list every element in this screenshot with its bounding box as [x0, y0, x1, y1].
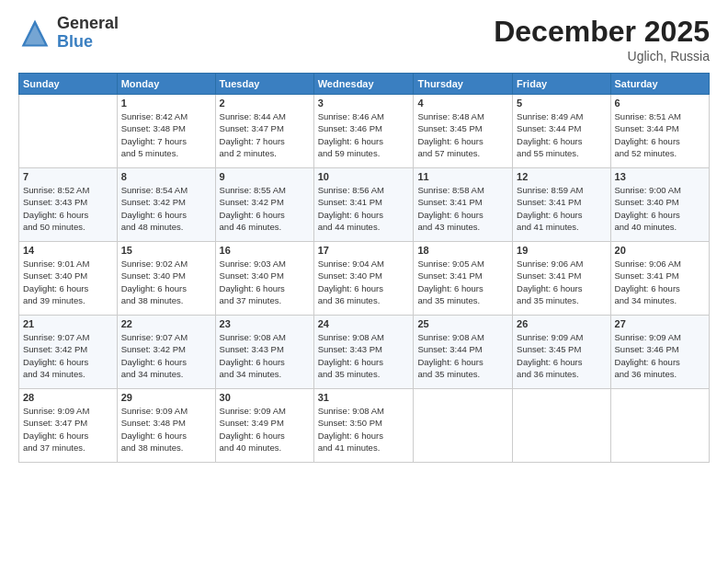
day-number: 12 [517, 171, 606, 182]
logo-icon [18, 17, 51, 50]
day-number: 31 [318, 392, 410, 403]
day-info: Sunrise: 9:09 AM Sunset: 3:45 PM Dayligh… [517, 331, 606, 380]
calendar-cell: 20Sunrise: 9:06 AM Sunset: 3:41 PM Dayli… [610, 242, 709, 316]
day-info: Sunrise: 8:51 AM Sunset: 3:44 PM Dayligh… [615, 110, 705, 159]
day-info: Sunrise: 8:56 AM Sunset: 3:41 PM Dayligh… [318, 184, 410, 233]
calendar-cell: 10Sunrise: 8:56 AM Sunset: 3:41 PM Dayli… [313, 168, 414, 242]
day-number: 18 [417, 245, 508, 256]
col-tuesday: Tuesday [215, 74, 313, 95]
day-info: Sunrise: 8:59 AM Sunset: 3:41 PM Dayligh… [517, 184, 606, 233]
calendar-cell [414, 389, 513, 463]
day-info: Sunrise: 8:48 AM Sunset: 3:45 PM Dayligh… [417, 110, 508, 159]
day-number: 16 [220, 245, 310, 256]
day-number: 23 [220, 318, 310, 329]
header: General Blue December 2025 Uglich, Russi… [18, 15, 710, 63]
calendar-cell: 29Sunrise: 9:09 AM Sunset: 3:48 PM Dayli… [117, 389, 215, 463]
day-number: 3 [318, 98, 410, 109]
calendar-cell: 17Sunrise: 9:04 AM Sunset: 3:40 PM Dayli… [313, 242, 414, 316]
calendar-week-row-4: 21Sunrise: 9:07 AM Sunset: 3:42 PM Dayli… [19, 316, 710, 389]
calendar-cell: 5Sunrise: 8:49 AM Sunset: 3:44 PM Daylig… [513, 95, 610, 168]
day-info: Sunrise: 9:08 AM Sunset: 3:50 PM Dayligh… [318, 405, 410, 454]
calendar-cell: 11Sunrise: 8:58 AM Sunset: 3:41 PM Dayli… [414, 168, 513, 242]
day-number: 15 [121, 245, 211, 256]
day-number: 1 [121, 98, 211, 109]
calendar-cell: 14Sunrise: 9:01 AM Sunset: 3:40 PM Dayli… [19, 242, 118, 316]
day-info: Sunrise: 9:06 AM Sunset: 3:41 PM Dayligh… [517, 258, 606, 306]
day-info: Sunrise: 8:46 AM Sunset: 3:46 PM Dayligh… [318, 110, 410, 159]
calendar-cell: 28Sunrise: 9:09 AM Sunset: 3:47 PM Dayli… [19, 389, 118, 463]
day-info: Sunrise: 9:09 AM Sunset: 3:46 PM Dayligh… [615, 331, 705, 380]
day-number: 9 [220, 171, 310, 182]
logo-text: General Blue [57, 15, 119, 52]
day-number: 21 [23, 318, 113, 329]
day-number: 27 [615, 318, 705, 329]
day-info: Sunrise: 9:02 AM Sunset: 3:40 PM Dayligh… [121, 258, 211, 306]
calendar-cell: 2Sunrise: 8:44 AM Sunset: 3:47 PM Daylig… [215, 95, 313, 168]
calendar-header-row: Sunday Monday Tuesday Wednesday Thursday… [19, 74, 710, 95]
day-number: 11 [417, 171, 508, 182]
title-month: December 2025 [494, 15, 710, 49]
day-info: Sunrise: 9:09 AM Sunset: 3:48 PM Dayligh… [121, 405, 211, 454]
calendar-cell: 13Sunrise: 9:00 AM Sunset: 3:40 PM Dayli… [610, 168, 709, 242]
day-number: 30 [220, 392, 310, 403]
calendar-cell: 1Sunrise: 8:42 AM Sunset: 3:48 PM Daylig… [117, 95, 215, 168]
col-wednesday: Wednesday [313, 74, 414, 95]
calendar-cell: 18Sunrise: 9:05 AM Sunset: 3:41 PM Dayli… [414, 242, 513, 316]
calendar-cell: 4Sunrise: 8:48 AM Sunset: 3:45 PM Daylig… [414, 95, 513, 168]
day-number: 10 [318, 171, 410, 182]
calendar-cell: 25Sunrise: 9:08 AM Sunset: 3:44 PM Dayli… [414, 316, 513, 389]
day-number: 4 [417, 98, 508, 109]
day-number: 26 [517, 318, 606, 329]
day-info: Sunrise: 9:03 AM Sunset: 3:40 PM Dayligh… [220, 258, 310, 306]
calendar-cell: 19Sunrise: 9:06 AM Sunset: 3:41 PM Dayli… [513, 242, 610, 316]
calendar-cell: 21Sunrise: 9:07 AM Sunset: 3:42 PM Dayli… [19, 316, 118, 389]
day-number: 5 [517, 98, 606, 109]
day-info: Sunrise: 8:58 AM Sunset: 3:41 PM Dayligh… [417, 184, 508, 233]
day-info: Sunrise: 9:00 AM Sunset: 3:40 PM Dayligh… [615, 184, 705, 233]
day-info: Sunrise: 9:06 AM Sunset: 3:41 PM Dayligh… [615, 258, 705, 306]
calendar-cell: 24Sunrise: 9:08 AM Sunset: 3:43 PM Dayli… [313, 316, 414, 389]
logo-general-text: General [57, 15, 119, 33]
calendar-cell: 16Sunrise: 9:03 AM Sunset: 3:40 PM Dayli… [215, 242, 313, 316]
calendar-cell: 23Sunrise: 9:08 AM Sunset: 3:43 PM Dayli… [215, 316, 313, 389]
day-number: 22 [121, 318, 211, 329]
calendar-cell [513, 389, 610, 463]
day-number: 20 [615, 245, 705, 256]
day-number: 6 [615, 98, 705, 109]
calendar-cell: 6Sunrise: 8:51 AM Sunset: 3:44 PM Daylig… [610, 95, 709, 168]
day-info: Sunrise: 8:52 AM Sunset: 3:43 PM Dayligh… [23, 184, 113, 233]
calendar-cell [19, 95, 118, 168]
col-monday: Monday [117, 74, 215, 95]
logo: General Blue [18, 15, 119, 52]
calendar-cell: 3Sunrise: 8:46 AM Sunset: 3:46 PM Daylig… [313, 95, 414, 168]
calendar-cell: 26Sunrise: 9:09 AM Sunset: 3:45 PM Dayli… [513, 316, 610, 389]
day-number: 28 [23, 392, 113, 403]
col-sunday: Sunday [19, 74, 118, 95]
calendar-cell: 22Sunrise: 9:07 AM Sunset: 3:42 PM Dayli… [117, 316, 215, 389]
calendar-week-row-1: 1Sunrise: 8:42 AM Sunset: 3:48 PM Daylig… [19, 95, 710, 168]
day-number: 13 [615, 171, 705, 182]
title-block: December 2025 Uglich, Russia [494, 15, 710, 63]
day-info: Sunrise: 9:01 AM Sunset: 3:40 PM Dayligh… [23, 258, 113, 306]
title-location: Uglich, Russia [494, 49, 710, 63]
col-friday: Friday [513, 74, 610, 95]
day-info: Sunrise: 9:04 AM Sunset: 3:40 PM Dayligh… [318, 258, 410, 306]
day-info: Sunrise: 9:08 AM Sunset: 3:44 PM Dayligh… [417, 331, 508, 380]
day-info: Sunrise: 8:55 AM Sunset: 3:42 PM Dayligh… [220, 184, 310, 233]
calendar-cell: 30Sunrise: 9:09 AM Sunset: 3:49 PM Dayli… [215, 389, 313, 463]
day-info: Sunrise: 9:08 AM Sunset: 3:43 PM Dayligh… [318, 331, 410, 380]
col-thursday: Thursday [414, 74, 513, 95]
day-number: 8 [121, 171, 211, 182]
day-info: Sunrise: 9:08 AM Sunset: 3:43 PM Dayligh… [220, 331, 310, 380]
calendar-week-row-5: 28Sunrise: 9:09 AM Sunset: 3:47 PM Dayli… [19, 389, 710, 463]
calendar-cell: 9Sunrise: 8:55 AM Sunset: 3:42 PM Daylig… [215, 168, 313, 242]
day-info: Sunrise: 8:54 AM Sunset: 3:42 PM Dayligh… [121, 184, 211, 233]
calendar-cell: 12Sunrise: 8:59 AM Sunset: 3:41 PM Dayli… [513, 168, 610, 242]
day-number: 17 [318, 245, 410, 256]
calendar-cell: 31Sunrise: 9:08 AM Sunset: 3:50 PM Dayli… [313, 389, 414, 463]
day-info: Sunrise: 9:09 AM Sunset: 3:47 PM Dayligh… [23, 405, 113, 454]
calendar-cell: 15Sunrise: 9:02 AM Sunset: 3:40 PM Dayli… [117, 242, 215, 316]
day-number: 25 [417, 318, 508, 329]
calendar-cell: 27Sunrise: 9:09 AM Sunset: 3:46 PM Dayli… [610, 316, 709, 389]
day-number: 2 [220, 98, 310, 109]
